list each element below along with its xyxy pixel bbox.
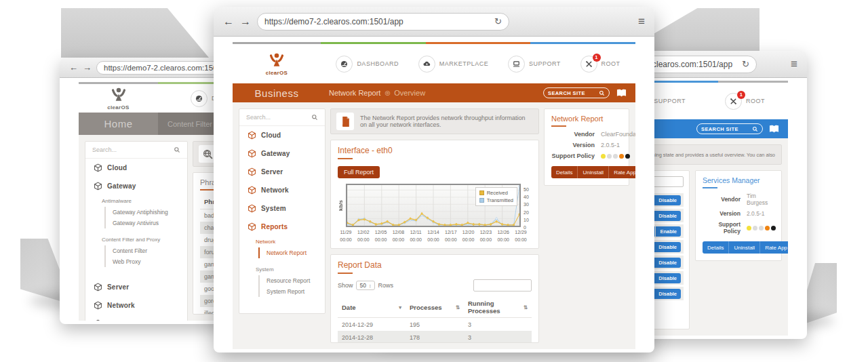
col-running[interactable]: Running Processes⇅ [464, 297, 532, 317]
panel-title: Report Data [338, 260, 532, 274]
uninstall-button[interactable]: Uninstall [578, 166, 609, 178]
reload-icon[interactable]: ↻ [742, 59, 749, 69]
search-icon [599, 90, 605, 96]
service-state-button[interactable]: Disable [654, 289, 681, 299]
version-value: 2.0.5-1 [741, 210, 776, 217]
desktop-backdrop: ← → https://demo7-2.clearos.com:1501/app… [0, 0, 868, 362]
bullet-icon: ◎ [384, 90, 390, 96]
sidebar-item-network[interactable]: Network [85, 296, 187, 315]
throughput-chart: kb/s Received Transmitted 01020304050 [338, 184, 532, 227]
root-tools-icon: 1 [580, 56, 597, 73]
tree-item-antiphishing[interactable]: Gateway Antiphishing [113, 207, 183, 218]
sidebar-search-input[interactable]: Search... [85, 142, 187, 159]
col-processes[interactable]: Processes⇅ [406, 297, 464, 317]
details-button[interactable]: Details [551, 166, 578, 178]
policy-dot [601, 154, 606, 159]
service-state-button[interactable]: Disable [654, 273, 681, 283]
service-state-button[interactable]: Enable [656, 226, 681, 237]
service-state-button[interactable]: Disable [654, 195, 681, 205]
sidebar-search-input[interactable]: Search... [239, 109, 325, 126]
service-state-button[interactable]: Disable [654, 211, 681, 221]
tree-group-contentfilter: Content Filter and Proxy [102, 234, 183, 244]
col-date[interactable]: Date▾ [338, 297, 406, 317]
y-axis-label: kb/s [338, 184, 346, 227]
tree-item-content-filter[interactable]: Content Filter [113, 245, 183, 256]
rate-app-button[interactable]: Rate App [760, 241, 788, 254]
rate-app-button[interactable]: Rate App [609, 166, 635, 178]
dashboard-gauge-icon [191, 90, 208, 107]
back-icon[interactable]: ← [223, 16, 234, 27]
breadcrumb-app[interactable]: Network Report [329, 89, 380, 97]
service-state-button[interactable]: Disable [654, 242, 681, 252]
cube-icon [94, 163, 102, 172]
sidebar-item[interactable]: Cloud [239, 126, 325, 144]
cube-icon [248, 131, 256, 140]
services-manager-panel: Services Manager Vendor Tim Burgess Vers… [695, 170, 782, 261]
tree-item-network-report[interactable]: Network Report [267, 247, 321, 258]
panel-title: Interface - eth0 [338, 146, 532, 159]
details-button[interactable]: Details [703, 241, 729, 254]
uninstall-button[interactable]: Uninstall [729, 241, 760, 254]
forward-icon[interactable]: → [83, 63, 92, 72]
service-state-button[interactable]: Disable [654, 258, 681, 268]
sidebar-item[interactable]: Server [239, 163, 325, 181]
panel-title: Services Manager [703, 176, 774, 188]
cube-icon [94, 283, 102, 291]
forward-icon[interactable]: → [240, 16, 251, 27]
cube-icon [94, 182, 102, 190]
policy-dot [747, 226, 751, 230]
nav-root[interactable]: 1 ROOT [580, 56, 620, 73]
center-top-nav: DASHBOARD MARKETPLACE SUPPORT [321, 44, 635, 83]
support-laptop-icon [508, 56, 525, 73]
full-report-button[interactable]: Full Report [338, 166, 380, 178]
center-main-column: The Network Report provides network thro… [330, 108, 539, 343]
center-sidebar: Search... Cloud [239, 108, 326, 343]
nav-marketplace[interactable]: MARKETPLACE [418, 56, 489, 73]
center-content: Search... Cloud [233, 102, 635, 349]
stepper-icon: ↕ [369, 283, 372, 288]
breadcrumb-app[interactable]: Content Filter [167, 120, 212, 128]
nav-dashboard[interactable]: DASHBOARD [336, 56, 399, 73]
sidebar-item-server[interactable]: Server [85, 278, 187, 296]
version-label: Version [703, 210, 741, 217]
breadcrumb: Network Report ◎ Overview [329, 89, 425, 97]
tree-item-system-report[interactable]: System Report [267, 286, 321, 297]
tree-item-antivirus[interactable]: Gateway Antivirus [113, 218, 183, 228]
url-bar[interactable]: https://demo7-2.clearos.com:1501/app ↻ [257, 13, 509, 31]
site-search-input[interactable]: SEARCH SITE [543, 87, 610, 98]
sidebar-item-gateway[interactable]: Gateway [85, 177, 187, 195]
sidebar-item[interactable]: Reports [239, 218, 325, 236]
show-label: Show [338, 282, 353, 289]
menu-icon[interactable]: ≡ [638, 15, 645, 28]
support-policy-dots [741, 226, 776, 230]
sidebar-item-system[interactable]: System [85, 315, 187, 321]
chart-legend: Received Transmitted [475, 187, 517, 206]
reload-icon[interactable]: ↻ [494, 16, 502, 26]
table-filter-input[interactable] [473, 279, 532, 291]
network-report-app-panel: Network Report Vendor ClearFoundation Ve… [544, 108, 629, 186]
menu-icon[interactable]: ≡ [791, 58, 797, 71]
sidebar-item[interactable]: Network [239, 181, 325, 199]
help-book-icon[interactable] [616, 88, 627, 98]
site-search-input[interactable]: SEARCH SITE [696, 123, 763, 134]
version-label: Version [551, 142, 595, 148]
tree-group-antimalware: Antimalware [102, 195, 183, 205]
policy-dot [759, 226, 764, 230]
policy-dot [613, 154, 618, 159]
nav-root[interactable]: 1 ROOT [725, 93, 765, 110]
sidebar-item[interactable]: Gateway [239, 144, 325, 163]
reports-subtree: Network Network Report System Resource R… [239, 236, 325, 308]
cube-icon [248, 167, 256, 176]
report-data-panel: Report Data Show 50 ↕ Rows Date▾ [330, 254, 539, 343]
tree-item-resource-report[interactable]: Resource Report [267, 275, 321, 286]
nav-support[interactable]: SUPPORT [508, 56, 561, 73]
table-row: 2014-12-28 178 3 [338, 331, 532, 343]
page-size-select[interactable]: 50 ↕ [356, 281, 376, 290]
sidebar-item[interactable]: System [239, 199, 325, 218]
sidebar-item-cloud[interactable]: Cloud [85, 159, 187, 177]
help-book-icon[interactable] [768, 124, 780, 134]
tree-item-web-proxy[interactable]: Web Proxy [113, 256, 183, 267]
backdrop-sheet-top-left [61, 8, 209, 58]
back-icon[interactable]: ← [69, 63, 78, 72]
clearos-logo-icon [110, 86, 127, 104]
